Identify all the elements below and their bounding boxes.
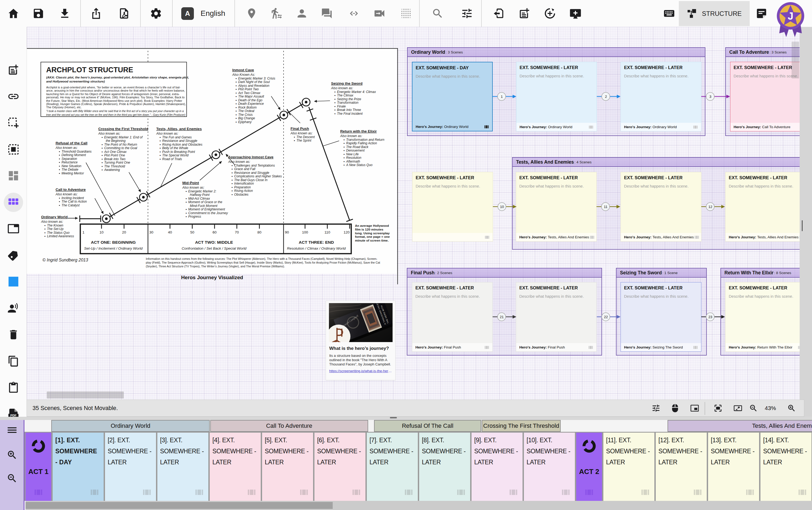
statusbar-handle[interactable]: [390, 417, 397, 418]
connector-number[interactable]: 21: [498, 313, 506, 321]
download-button[interactable]: [55, 4, 74, 23]
user-avatar-badge[interactable]: J: [774, 1, 807, 38]
scene-heading[interactable]: EXT. SOMEWHERE - DAY: [416, 65, 489, 70]
scene-card-11[interactable]: EXT. SOMEWHERE - LATERDescribe what happ…: [621, 172, 701, 242]
scene-heading[interactable]: EXT. SOMEWHERE - LATER: [624, 65, 698, 70]
scene-description-placeholder[interactable]: Describe what happens in this scene.: [729, 184, 800, 188]
scene-card-4[interactable]: EXT. SOMEWHERE - LATERDescribe what happ…: [730, 62, 800, 132]
group-tests-allies-enemies-header[interactable]: Tests, Allies And Enemies: 4 Scenes: [513, 158, 800, 167]
scene-card-10[interactable]: EXT. SOMEWHERE - LATERDescribe what happ…: [516, 172, 597, 242]
beat-call-to-adventure[interactable]: Call To Adventure: [210, 420, 368, 432]
scene-heading[interactable]: EXT. SOMEWHERE - LATER: [729, 175, 800, 180]
timeline-act-1[interactable]: ACT 1: [26, 433, 51, 501]
hero-journey-info-card[interactable]: Joseph Campbell THE HERO WITH A THOUSAND…: [326, 301, 395, 380]
scene-description-placeholder[interactable]: Describe what happens in this scene.: [416, 74, 489, 79]
search-button[interactable]: [428, 4, 447, 23]
scene-description-placeholder[interactable]: Describe what happens in this scene.: [415, 294, 489, 299]
rail-card-view-button[interactable]: [5, 216, 22, 242]
timeline-scene-3[interactable]: [3]. EXT. SOMEWHERE - LATER: [157, 433, 208, 501]
add-note-button[interactable]: [515, 4, 534, 23]
scene-heading[interactable]: EXT. SOMEWHERE - LATER: [624, 285, 698, 290]
save-button[interactable]: [29, 4, 48, 23]
connector-number[interactable]: 1: [498, 92, 506, 101]
home-button[interactable]: [4, 4, 23, 23]
rail-delete-button[interactable]: [5, 321, 22, 348]
timeline-scrollbar-track[interactable]: [26, 501, 812, 510]
structure-mode-button[interactable]: STRUCTURE: [679, 1, 750, 26]
canvas-vertical-scrollbar[interactable]: [791, 41, 799, 79]
timeline-scrollbar-thumb[interactable]: [26, 502, 333, 509]
timeline-scene-1[interactable]: [1]. EXT. SOMEWHERE - DAY: [53, 433, 103, 501]
scene-heading[interactable]: EXT. SOMEWHERE - LATER: [733, 65, 800, 70]
scene-heading[interactable]: EXT. SOMEWHERE - LATER: [519, 285, 593, 290]
send-to-script-button[interactable]: [489, 4, 508, 23]
connector-number[interactable]: 10: [498, 203, 506, 211]
rail-voice-over-button[interactable]: [5, 295, 22, 321]
rail-duplicate-button[interactable]: [5, 348, 22, 374]
filter-button[interactable]: [457, 4, 476, 23]
rail-frame-button[interactable]: [5, 136, 22, 163]
connector-number[interactable]: 11: [601, 203, 610, 211]
info-card-link[interactable]: https://screenwriting.io/what-is-the-her…: [329, 369, 392, 373]
timeline-scene-4[interactable]: [4]. EXT. SOMEWHERE - LATER: [210, 433, 261, 501]
connector-number[interactable]: 3: [706, 92, 715, 101]
group-final-push-header[interactable]: Final Push: 2 Scenes: [407, 268, 601, 278]
beat-ordinary-world[interactable]: Ordinary World: [51, 420, 210, 432]
scene-description-placeholder[interactable]: Describe what happens in this scene.: [729, 294, 800, 299]
scene-description-placeholder[interactable]: Describe what happens in this scene.: [624, 184, 698, 188]
timeline-menu-button[interactable]: [6, 424, 18, 436]
rail-tag-button[interactable]: [5, 242, 22, 268]
timeline-scene-6[interactable]: [6]. EXT. SOMEWHERE - LATER: [314, 433, 365, 501]
beat-tests-allies-and-enemies[interactable]: Tests, Allies And Enemies: [667, 420, 812, 432]
location-tool-button[interactable]: [242, 4, 261, 23]
share-button[interactable]: [87, 4, 106, 23]
zoom-out-button[interactable]: [747, 401, 760, 415]
beat-crossing-the-first-threshold[interactable]: Crossing The First Threshold: [482, 420, 561, 432]
canvas-horizontal-scrollbar[interactable]: [47, 392, 124, 398]
timeline-scene-10[interactable]: [10]. EXT. SOMEWHERE - LATER: [524, 433, 575, 501]
scene-card-23[interactable]: EXT. SOMEWHERE - LATERDescribe what happ…: [725, 282, 800, 352]
keyboard-shortcuts-button[interactable]: [660, 4, 679, 23]
add-screen-button[interactable]: [566, 4, 585, 23]
timeline-scene-14[interactable]: [14]. EXT. SOMEWHERE - LATER: [760, 433, 811, 501]
scene-description-placeholder[interactable]: Describe what happens in this scene.: [416, 184, 489, 188]
timeline-scene-7[interactable]: [7]. EXT. SOMEWHERE - LATER: [367, 433, 418, 501]
scene-card-9[interactable]: EXT. SOMEWHERE - LATERDescribe what happ…: [412, 172, 493, 242]
settings-button[interactable]: [147, 4, 166, 23]
rail-paste-button[interactable]: [5, 374, 22, 401]
group-seizing-the-sword-header[interactable]: Seizing The Sword: 1 Scene: [616, 268, 706, 278]
scene-heading[interactable]: EXT. SOMEWHERE - LATER: [519, 65, 594, 70]
scene-heading[interactable]: EXT. SOMEWHERE - LATER: [729, 285, 800, 290]
fit-screen-button[interactable]: [731, 401, 745, 415]
timeline-scene-5[interactable]: [5]. EXT. SOMEWHERE - LATER: [262, 433, 313, 501]
scene-description-placeholder[interactable]: Describe what happens in this scene.: [519, 74, 594, 78]
timeline-scene-12[interactable]: [12]. EXT. SOMEWHERE - LATER: [656, 433, 707, 501]
dialogue-button[interactable]: [318, 4, 336, 23]
scene-description-placeholder[interactable]: Describe what happens in this scene.: [519, 184, 593, 188]
scene-card-12[interactable]: EXT. SOMEWHERE - LATERDescribe what happ…: [725, 172, 800, 242]
rail-link-button[interactable]: [5, 83, 22, 110]
scene-card-22[interactable]: EXT. SOMEWHERE - LATERDescribe what happ…: [621, 282, 701, 352]
group-return-with-the-ellxir-header[interactable]: Return With The Ellxir: 8 Scenes: [721, 268, 800, 278]
rail-add-selection-button[interactable]: [5, 110, 22, 136]
timeline-zoom-in-button[interactable]: [6, 449, 18, 461]
connector-number[interactable]: 22: [602, 313, 610, 321]
scene-heading[interactable]: EXT. SOMEWHERE - LATER: [624, 175, 698, 180]
canvas-settings-button[interactable]: [649, 401, 663, 415]
scene-card-21[interactable]: EXT. SOMEWHERE - LATERDescribe what happ…: [516, 282, 597, 352]
timeline-scene-8[interactable]: [8]. EXT. SOMEWHERE - LATER: [419, 433, 470, 501]
panel-handle[interactable]: [802, 220, 803, 231]
scene-heading[interactable]: EXT. SOMEWHERE - LATER: [519, 175, 593, 180]
focus-selection-button[interactable]: [711, 401, 725, 415]
connector-number[interactable]: 23: [706, 313, 715, 321]
scene-description-placeholder[interactable]: Describe what happens in this scene.: [624, 74, 698, 78]
rail-grid-view-button[interactable]: [5, 189, 22, 216]
scene-description-placeholder[interactable]: Describe what happens in this scene.: [519, 294, 593, 299]
connector-number[interactable]: 12: [706, 203, 715, 211]
dual-dialogue-button[interactable]: [397, 4, 415, 23]
timeline-act-2[interactable]: ACT 2: [576, 433, 602, 501]
structure-canvas[interactable]: ARCHPLOT STRUCTURE(AKA: Classic plot, th…: [27, 27, 800, 402]
character-button[interactable]: [293, 4, 311, 23]
archplot-structure-image[interactable]: ARCHPLOT STRUCTURE(AKA: Classic plot, th…: [27, 48, 398, 286]
language-selector[interactable]: AEnglish: [181, 4, 225, 23]
